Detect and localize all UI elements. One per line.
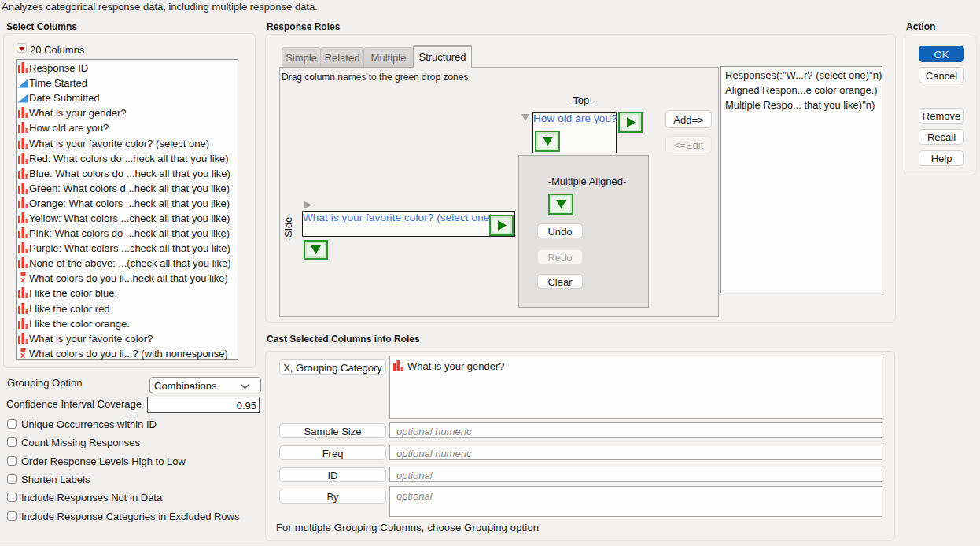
svg-text:x: x xyxy=(20,275,26,284)
svg-text:x: x xyxy=(20,350,26,360)
